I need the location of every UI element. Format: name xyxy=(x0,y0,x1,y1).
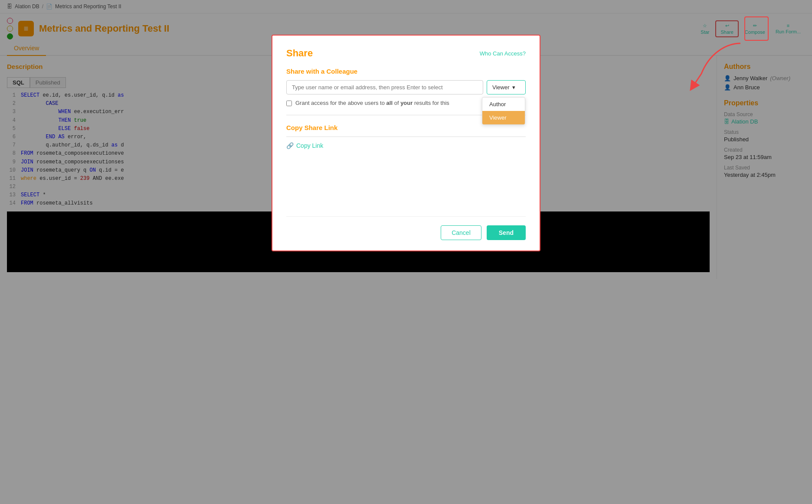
share-dialog-header: Share Who Can Access? xyxy=(286,48,526,59)
email-input[interactable] xyxy=(286,80,483,94)
who-can-access-link[interactable]: Who Can Access? xyxy=(480,50,526,57)
role-dropdown[interactable]: Viewer ▾ Author Viewer xyxy=(487,80,526,94)
email-row: Viewer ▾ Author Viewer xyxy=(286,80,526,94)
copy-link-divider xyxy=(286,137,526,137)
copy-link-button[interactable]: 🔗 Copy Link xyxy=(286,142,526,149)
share-dialog: Share Who Can Access? Share with a Colle… xyxy=(272,35,540,251)
send-button[interactable]: Send xyxy=(487,225,526,240)
share-with-title: Share with a Colleague xyxy=(286,68,526,75)
role-option-viewer[interactable]: Viewer xyxy=(482,111,525,124)
copy-share-link-title: Copy Share Link xyxy=(286,124,526,131)
cancel-button[interactable]: Cancel xyxy=(441,225,481,240)
share-dialog-title: Share xyxy=(286,48,313,59)
grant-access-checkbox[interactable] xyxy=(286,101,292,106)
link-icon: 🔗 xyxy=(286,142,294,149)
role-selected-label: Viewer xyxy=(492,84,510,91)
dialog-footer: Cancel Send xyxy=(286,216,526,240)
chevron-down-icon: ▾ xyxy=(512,84,515,91)
role-option-author[interactable]: Author xyxy=(482,98,525,111)
role-dropdown-menu: Author Viewer xyxy=(482,97,525,125)
modal-overlay: Share Who Can Access? Share with a Colle… xyxy=(0,0,812,279)
